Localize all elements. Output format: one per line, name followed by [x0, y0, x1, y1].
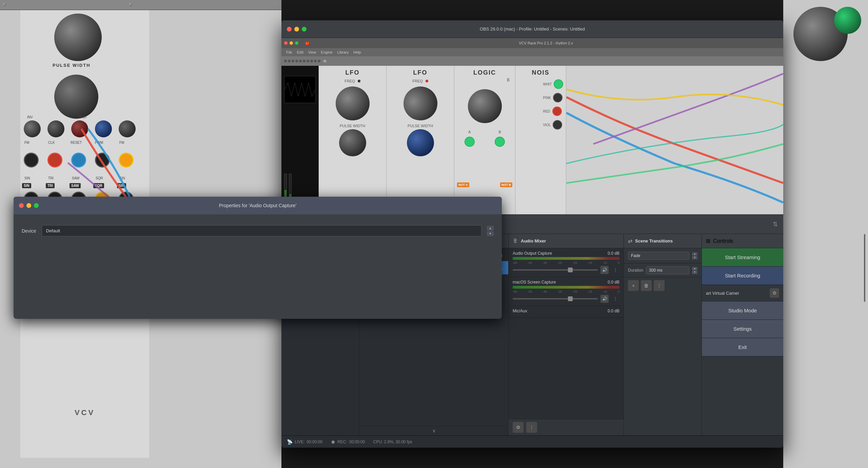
dialog-maximize-button[interactable]	[34, 203, 39, 208]
channel2-fader[interactable]	[513, 298, 598, 299]
start-recording-button[interactable]: Start Recording	[702, 267, 783, 285]
dialog-device-select[interactable]: Default	[42, 225, 481, 236]
menu-library[interactable]: Library	[335, 50, 351, 55]
lfo1-pw-label: PULSE WIDTH	[319, 124, 386, 128]
pulse-width-label: PULSE WIDTH	[53, 63, 91, 68]
menu-edit[interactable]: Edit	[295, 50, 305, 55]
logic-b2-label: B	[499, 130, 501, 134]
dialog-spin-down[interactable]: ▼	[487, 231, 494, 236]
channel1-mute-btn[interactable]: 🔊	[600, 266, 609, 274]
lfo2-pw-knob[interactable]	[407, 129, 434, 156]
saw-label: SAW	[72, 176, 79, 180]
transition-type-row: Fade ▲ ▼	[624, 248, 702, 264]
logic-knob[interactable]	[468, 89, 502, 123]
vcv-maximize[interactable]	[295, 41, 298, 45]
duration-value: 300 ms	[646, 266, 689, 274]
reset-port	[71, 153, 86, 168]
menu-help[interactable]: Help	[351, 50, 363, 55]
minimize-button[interactable]	[294, 27, 299, 32]
fm2-label: FM	[119, 141, 124, 144]
lfo1-freq-label: FREQ	[344, 79, 355, 83]
lfo2-freq-knob[interactable]	[397, 80, 443, 127]
toolbar-dot	[292, 60, 294, 62]
channel2-mute-btn[interactable]: 🔊	[600, 295, 609, 303]
maximize-button[interactable]	[302, 27, 307, 32]
tri-badge: TRI	[46, 183, 55, 188]
settings-label: Settings	[733, 326, 752, 332]
channel2-header: macOS Screen Capture 0.0 dB	[513, 280, 619, 285]
add-module-btn[interactable]: ⊕	[323, 59, 327, 63]
settings-button[interactable]: Settings	[702, 320, 783, 338]
clk-knob[interactable]	[47, 120, 64, 137]
scroll-indicator	[864, 234, 865, 302]
rec-label: REC:	[337, 440, 347, 444]
sources-expand-btn[interactable]: ∨	[359, 426, 508, 435]
add-transition-btn[interactable]: +	[628, 280, 639, 291]
channel2-fader-thumb[interactable]	[568, 296, 573, 301]
ofst-label: OFST	[78, 115, 87, 119]
pwm-knob[interactable]	[95, 120, 112, 137]
ofst-knob[interactable]	[71, 120, 88, 137]
main-knob-1[interactable]	[54, 14, 102, 61]
transition-up-btn[interactable]: ▲	[692, 252, 697, 256]
exit-button[interactable]: Exit	[702, 338, 783, 356]
noise-title: NOIS	[515, 66, 566, 78]
transition-down-btn[interactable]: ▼	[692, 256, 697, 259]
transition-type-select[interactable]: Fade	[628, 252, 689, 260]
vcv-minimize[interactable]	[290, 41, 293, 45]
transition-options-btn[interactable]: ⋮	[654, 280, 665, 291]
channel1-fader[interactable]	[513, 269, 598, 271]
virtual-camera-row: art Virtual Camer ⚙	[702, 285, 783, 301]
rec-time: 00:00:00	[349, 440, 365, 444]
dialog-device-spinner: ▲ ▼	[487, 226, 494, 236]
lfo1-pw-knob[interactable]	[339, 129, 366, 156]
waveform-svg	[284, 76, 315, 103]
fm2-knob[interactable]	[119, 120, 136, 137]
white-port	[554, 79, 563, 89]
clk-label: CLK	[48, 141, 55, 144]
tri-label: TRI	[48, 176, 54, 180]
toolbar-dot	[288, 60, 291, 62]
menu-engine[interactable]: Engine	[319, 50, 334, 55]
channel3-db: 0.0 dB	[608, 309, 619, 313]
vcv-close[interactable]	[284, 41, 288, 45]
dialog-spin-up[interactable]: ▲	[487, 226, 494, 231]
logic-title: LOGIC	[454, 66, 515, 78]
close-button[interactable]	[287, 27, 292, 32]
channel2-more-btn[interactable]: ⋮	[611, 295, 619, 303]
duration-down-btn[interactable]: ▼	[692, 271, 697, 274]
toolbar-dot	[295, 60, 298, 62]
start-streaming-button[interactable]: Start Streaming	[702, 248, 783, 267]
empty-module: +	[281, 66, 319, 214]
rec-icon: ⏺	[331, 439, 335, 445]
audio-channels: Audio Output Capture 0.0 dB -60-55-45-35…	[509, 248, 624, 419]
channel1-fader-thumb[interactable]	[568, 268, 573, 272]
vcv-modules-area: +	[281, 66, 783, 214]
properties-collapse-btn[interactable]: ⇅	[773, 220, 778, 228]
channel1-more-btn[interactable]: ⋮	[611, 266, 619, 274]
lfo2-module: LFO FREQ PULSE WIDTH	[387, 66, 454, 214]
controls-header: ⊞ Controls	[702, 234, 783, 248]
vcv-rack-preview: 🍎 VCV Rack Pro 2.1.2 - rhythm 2.v File E…	[281, 38, 783, 214]
remove-transition-btn[interactable]: 🗑	[641, 280, 652, 291]
menu-file[interactable]: File	[284, 50, 294, 55]
lfo1-title: LFO	[319, 66, 386, 78]
main-knob-2[interactable]	[54, 75, 98, 119]
duration-spinner: ▲ ▼	[692, 267, 697, 274]
lfo2-freq-row: FREQ	[387, 79, 454, 83]
menu-view[interactable]: View	[306, 50, 318, 55]
lfo1-freq-row: FREQ	[319, 79, 386, 83]
audio-settings-btn[interactable]: ⚙	[513, 422, 524, 433]
right-knob-green[interactable]	[834, 7, 861, 34]
dialog-minimize-button[interactable]	[26, 203, 31, 208]
vcv-right-panel	[783, 0, 868, 468]
transitions-title: Scene Transitions	[635, 238, 673, 243]
studio-mode-button[interactable]: Studio Mode	[702, 301, 783, 320]
pink-row: PINK	[543, 93, 563, 102]
virtual-cam-settings-btn[interactable]: ⚙	[770, 288, 779, 298]
lfo1-freq-knob[interactable]	[336, 86, 370, 120]
dialog-close-button[interactable]	[19, 203, 24, 208]
audio-more-options-btn[interactable]: ⋮	[526, 422, 537, 433]
duration-up-btn[interactable]: ▲	[692, 267, 697, 270]
inv-knob[interactable]	[24, 120, 41, 137]
